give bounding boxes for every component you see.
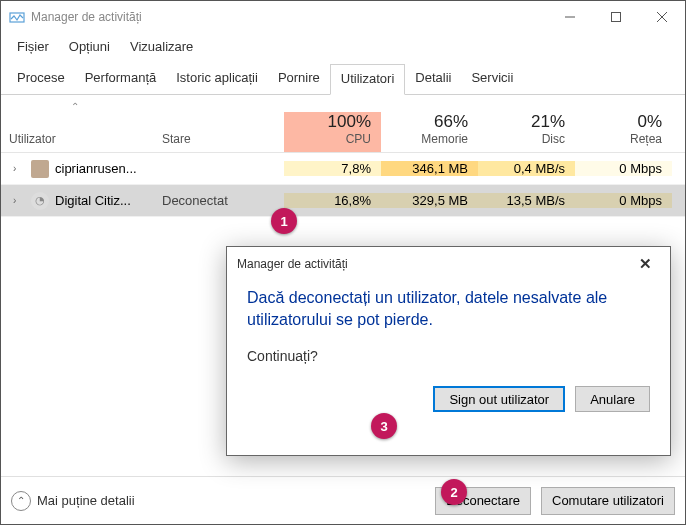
disk-cell: 0,4 MB/s: [478, 161, 575, 176]
tab-processes[interactable]: Procese: [7, 64, 75, 94]
window-title: Manager de activități: [31, 10, 547, 24]
tab-users[interactable]: Utilizatori: [330, 64, 405, 95]
tab-startup[interactable]: Pornire: [268, 64, 330, 94]
cpu-cell: 16,8%: [284, 193, 381, 208]
fewer-details-toggle[interactable]: ⌃ Mai puține detalii: [11, 491, 425, 511]
mem-cell: 329,5 MB: [381, 193, 478, 208]
sort-indicator-icon: ⌃: [71, 101, 79, 112]
dialog-titlebar: Manager de activități ✕: [227, 247, 670, 281]
annotation-badge-2: 2: [441, 479, 467, 505]
app-icon: [9, 9, 25, 25]
tabbar: Procese Performanță Istoric aplicații Po…: [1, 64, 685, 95]
tab-details[interactable]: Detalii: [405, 64, 461, 94]
col-memory[interactable]: 66%Memorie: [381, 112, 478, 152]
maximize-button[interactable]: [593, 1, 639, 33]
avatar: ◔: [31, 192, 49, 210]
chevron-up-icon: ⌃: [11, 491, 31, 511]
col-user[interactable]: Utilizator: [1, 132, 162, 152]
menu-view[interactable]: Vizualizare: [120, 35, 203, 58]
net-cell: 0 Mbps: [575, 161, 672, 176]
annotation-badge-1: 1: [271, 208, 297, 234]
signout-button[interactable]: Sign out utilizator: [433, 386, 565, 412]
confirm-dialog: Manager de activități ✕ Dacă deconectați…: [226, 246, 671, 456]
table-row[interactable]: › ◔ Digital Citiz... Deconectat 16,8% 32…: [1, 185, 685, 217]
close-icon[interactable]: ✕: [631, 251, 660, 277]
col-cpu[interactable]: 100%CPU: [284, 112, 381, 152]
user-cell: › ◔ Digital Citiz...: [1, 192, 162, 210]
user-name: ciprianrusen...: [55, 161, 137, 176]
menu-file[interactable]: Fișier: [7, 35, 59, 58]
disk-cell: 13,5 MB/s: [478, 193, 575, 208]
dialog-title: Manager de activități: [237, 257, 348, 271]
tab-history[interactable]: Istoric aplicații: [166, 64, 268, 94]
close-button[interactable]: [639, 1, 685, 33]
cpu-cell: 7,8%: [284, 161, 381, 176]
status-cell: Deconectat: [162, 193, 284, 208]
tab-services[interactable]: Servicii: [461, 64, 523, 94]
dialog-message: Dacă deconectați un utilizator, datele n…: [247, 287, 650, 330]
users-table: Utilizator Stare 100%CPU 66%Memorie 21%D…: [1, 95, 685, 217]
col-disk[interactable]: 21%Disc: [478, 112, 575, 152]
menubar: Fișier Opțiuni Vizualizare: [1, 33, 685, 64]
user-cell: › ciprianrusen...: [1, 160, 162, 178]
expand-icon[interactable]: ›: [13, 163, 25, 174]
annotation-badge-3: 3: [371, 413, 397, 439]
menu-options[interactable]: Opțiuni: [59, 35, 120, 58]
cancel-button[interactable]: Anulare: [575, 386, 650, 412]
expand-icon[interactable]: ›: [13, 195, 25, 206]
mem-cell: 346,1 MB: [381, 161, 478, 176]
titlebar: Manager de activități: [1, 1, 685, 33]
svg-rect-2: [612, 13, 621, 22]
tab-performance[interactable]: Performanță: [75, 64, 167, 94]
dialog-question: Continuați?: [247, 348, 650, 364]
switch-user-button[interactable]: Comutare utilizatori: [541, 487, 675, 515]
col-network[interactable]: 0%Rețea: [575, 112, 672, 152]
footer: ⌃ Mai puține detalii Deconectare Comutar…: [1, 476, 685, 524]
avatar: [31, 160, 49, 178]
table-row[interactable]: › ciprianrusen... 7,8% 346,1 MB 0,4 MB/s…: [1, 153, 685, 185]
table-header: Utilizator Stare 100%CPU 66%Memorie 21%D…: [1, 95, 685, 153]
net-cell: 0 Mbps: [575, 193, 672, 208]
col-status[interactable]: Stare: [162, 132, 284, 152]
user-name: Digital Citiz...: [55, 193, 131, 208]
minimize-button[interactable]: [547, 1, 593, 33]
